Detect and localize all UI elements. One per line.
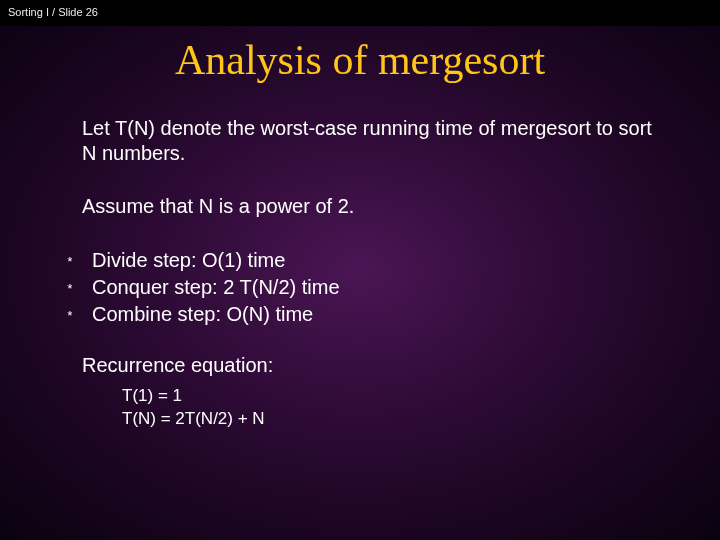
bullet-text: Combine step: O(N) time (92, 301, 313, 328)
slide-content: Analysis of mergesort Let T(N) denote th… (0, 26, 720, 431)
list-item: * Conquer step: 2 T(N/2) time (66, 274, 660, 301)
slide-header: Sorting I / Slide 26 (0, 0, 720, 26)
paragraph-tn-definition: Let T(N) denote the worst-case running t… (82, 116, 660, 166)
recurrence-eq-general: T(N) = 2T(N/2) + N (122, 408, 660, 431)
bullet-list: * Divide step: O(1) time * Conquer step:… (66, 247, 660, 328)
bullet-text: Conquer step: 2 T(N/2) time (92, 274, 340, 301)
bullet-text: Divide step: O(1) time (92, 247, 285, 274)
asterisk-icon: * (66, 281, 88, 299)
slide-number: / Slide 26 (52, 6, 98, 18)
list-item: * Divide step: O(1) time (66, 247, 660, 274)
recurrence-heading: Recurrence equation: (82, 354, 660, 377)
recurrence-eq-base: T(1) = 1 (122, 385, 660, 408)
course-label: Sorting I (8, 6, 49, 18)
paragraph-assumption: Assume that N is a power of 2. (82, 194, 660, 219)
asterisk-icon: * (66, 254, 88, 272)
list-item: * Combine step: O(N) time (66, 301, 660, 328)
asterisk-icon: * (66, 308, 88, 326)
slide-title: Analysis of mergesort (60, 36, 660, 84)
